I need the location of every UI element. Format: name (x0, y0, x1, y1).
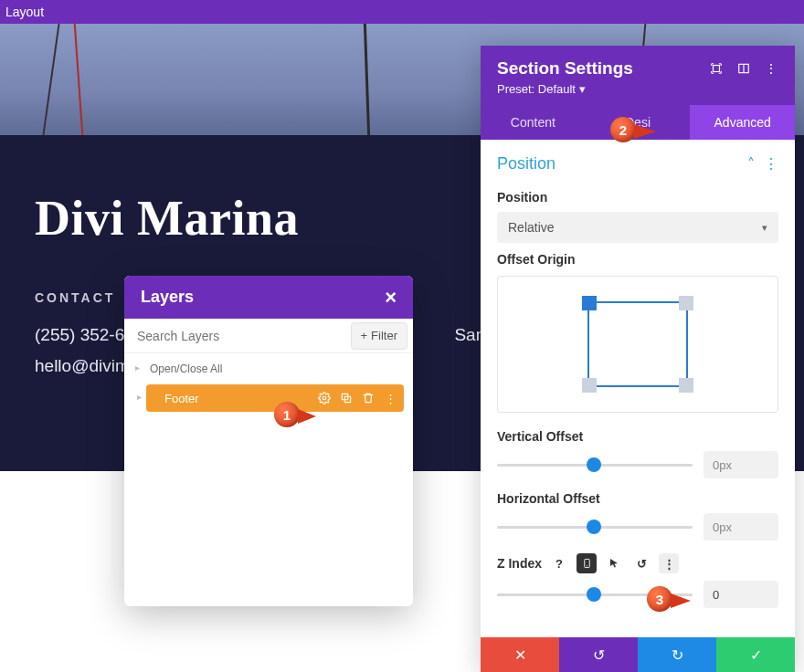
horizontal-offset-value[interactable]: 0px (704, 513, 778, 541)
reset-icon[interactable]: ↺ (631, 553, 651, 573)
settings-header: Section Settings ⋮ Preset: Default ▾ (481, 46, 795, 105)
kebab-icon[interactable]: ⋮ (659, 553, 679, 573)
vertical-offset-slider[interactable] (497, 456, 693, 474)
annotation-arrow-2 (634, 124, 656, 139)
position-label: Position (497, 190, 778, 205)
top-bar-title: Layout (5, 5, 44, 19)
tab-advanced[interactable]: Advanced (690, 105, 795, 140)
kebab-icon[interactable]: ⋮ (764, 61, 778, 76)
annotation-badge-2: 2 (610, 117, 636, 142)
duplicate-icon[interactable] (340, 392, 353, 404)
select-caret-icon: ▾ (762, 222, 767, 234)
horizontal-offset-label: Horizontal Offset (497, 491, 778, 506)
z-index-input[interactable] (704, 581, 778, 608)
position-select[interactable]: Relative ▾ (497, 212, 778, 243)
settings-body: Position ˄ ⋮ Position Relative ▾ Offset … (481, 140, 795, 637)
chevron-up-icon[interactable]: ˄ (747, 155, 755, 173)
layers-panel: Layers × + Filter Open/Close All Footer … (124, 276, 413, 606)
kebab-icon[interactable]: ⋮ (384, 392, 397, 404)
gear-icon[interactable] (318, 392, 331, 404)
cancel-button[interactable]: ✕ (481, 637, 559, 672)
settings-footer: ✕ ↺ ↻ ✓ (481, 637, 795, 672)
mobile-icon[interactable] (577, 553, 597, 573)
columns-icon[interactable] (736, 61, 751, 76)
anchor-bottom-left[interactable] (582, 378, 597, 393)
layer-item-label: Footer (164, 392, 318, 405)
settings-title: Section Settings (497, 58, 633, 79)
redo-button[interactable]: ↻ (638, 637, 716, 672)
anchor-top-left[interactable] (582, 296, 597, 310)
save-button[interactable]: ✓ (716, 637, 795, 672)
tab-content[interactable]: Content (481, 105, 586, 140)
vertical-offset-label: Vertical Offset (497, 429, 778, 444)
vertical-offset-value[interactable]: 0px (704, 451, 778, 478)
open-close-all[interactable]: Open/Close All (124, 353, 413, 384)
annotation-badge-1: 1 (274, 402, 300, 427)
trash-icon[interactable] (362, 392, 375, 404)
svg-point-0 (323, 396, 326, 400)
preset-selector[interactable]: Preset: Default ▾ (497, 82, 778, 96)
top-bar: Layout (0, 0, 804, 24)
filter-button[interactable]: + Filter (351, 322, 407, 350)
anchor-bottom-right[interactable] (679, 378, 693, 393)
annotation-arrow-3 (671, 593, 691, 608)
horizontal-offset-slider[interactable] (497, 518, 693, 536)
layers-search-row: + Filter (124, 319, 413, 353)
annotation-arrow-1 (298, 409, 316, 424)
help-icon[interactable]: ? (549, 553, 569, 573)
anchor-top-right[interactable] (679, 296, 693, 310)
kebab-icon[interactable]: ⋮ (764, 155, 778, 173)
close-icon[interactable]: × (385, 286, 397, 310)
layers-title: Layers (141, 288, 194, 307)
expand-icon[interactable] (709, 61, 724, 76)
plus-icon: + (361, 329, 368, 342)
annotation-badge-3: 3 (647, 586, 672, 612)
section-position-header[interactable]: Position ˄ ⋮ (497, 140, 778, 181)
hover-icon[interactable] (604, 553, 624, 573)
layers-header: Layers × (124, 276, 413, 319)
layer-item-actions: ⋮ (318, 392, 397, 404)
search-input[interactable] (124, 329, 351, 343)
settings-panel: Section Settings ⋮ Preset: Default ▾ Con… (481, 46, 795, 672)
offset-origin-label: Offset Origin (497, 252, 778, 267)
z-index-row: Z Index ? ↺ ⋮ (497, 553, 778, 573)
svg-rect-3 (714, 66, 720, 72)
offset-origin-picker[interactable] (497, 276, 778, 413)
undo-button[interactable]: ↺ (559, 637, 638, 672)
